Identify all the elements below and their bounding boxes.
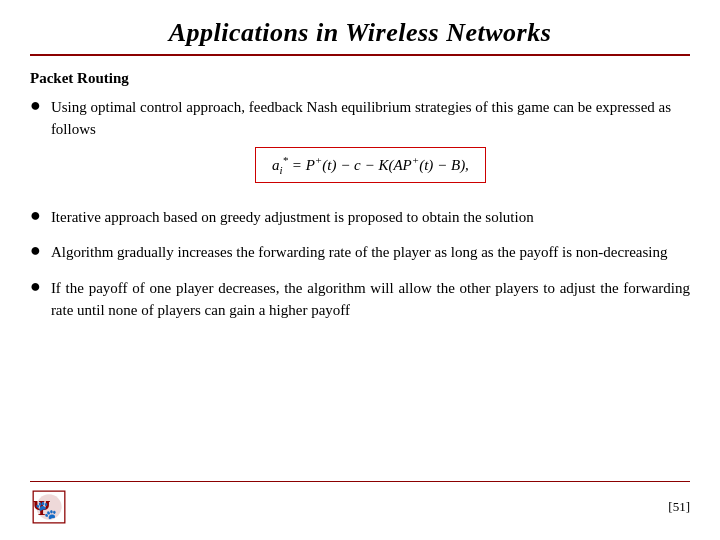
bullet-item-1: ● Using optimal control approach, feedba… <box>30 97 690 193</box>
bullet-dot-2: ● <box>30 205 41 226</box>
bullet-text-4: If the payoff of one player decreases, t… <box>51 278 690 322</box>
slide-title: Applications in Wireless Networks <box>30 18 690 48</box>
bullet-dot-3: ● <box>30 240 41 261</box>
svg-text:🐾: 🐾 <box>35 499 58 521</box>
bullet-text-1: Using optimal control approach, feedback… <box>51 97 690 193</box>
section-heading: Packet Routing <box>30 70 690 87</box>
bullet-item-2: ● Iterative approach based on greedy adj… <box>30 207 690 229</box>
bullet-text-3: Algorithm gradually increases the forwar… <box>51 242 668 264</box>
title-area: Applications in Wireless Networks <box>30 18 690 56</box>
bullet-text-1-content: Using optimal control approach, feedback… <box>51 99 671 137</box>
bullet-dot-4: ● <box>30 276 41 297</box>
page-number: [51] <box>668 499 690 515</box>
formula-text: ai* = P+(t) − c − K(AP+(t) − B), <box>272 157 469 173</box>
uh-logo-icon: Ψ 🐾 <box>30 488 68 526</box>
content-area: Packet Routing ● Using optimal control a… <box>30 70 690 481</box>
bullet-item-3: ● Algorithm gradually increases the forw… <box>30 242 690 264</box>
slide: Applications in Wireless Networks Packet… <box>0 0 720 540</box>
bullet-text-2: Iterative approach based on greedy adjus… <box>51 207 534 229</box>
footer: Ψ 🐾 [51] <box>30 481 690 526</box>
formula-box: ai* = P+(t) − c − K(AP+(t) − B), <box>255 147 486 183</box>
bullet-item-4: ● If the payoff of one player decreases,… <box>30 278 690 322</box>
formula-container: ai* = P+(t) − c − K(AP+(t) − B), <box>51 147 690 183</box>
bullet-dot-1: ● <box>30 95 41 116</box>
